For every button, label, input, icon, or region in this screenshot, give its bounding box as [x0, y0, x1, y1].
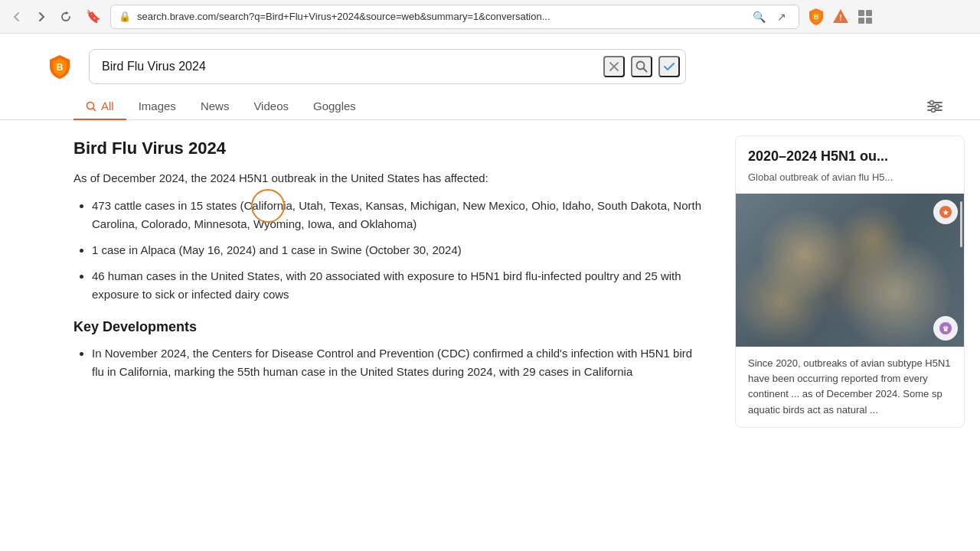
brave-alert-button[interactable]: !: [830, 6, 851, 28]
svg-text:B: B: [57, 62, 64, 73]
page-content: B: [0, 34, 980, 551]
search-box-wrapper: [89, 49, 686, 84]
list-item: 473 cattle cases in 15 states (Californi…: [92, 197, 704, 233]
svg-rect-5: [866, 18, 872, 24]
search-input[interactable]: [89, 49, 686, 84]
nav-buttons: [6, 6, 77, 28]
list-item: In November 2024, the Centers for Diseas…: [92, 344, 704, 381]
key-developments-title: Key Developments: [74, 319, 704, 335]
tab-images[interactable]: Images: [126, 93, 188, 120]
right-card-image: ★ ♛: [736, 194, 964, 347]
svg-text:B: B: [814, 13, 819, 21]
browser-right-icons: B !: [805, 6, 876, 28]
result-bullets-list: 473 cattle cases in 15 states (Californi…: [74, 197, 704, 304]
search-box-icons: [603, 56, 680, 77]
layout-button[interactable]: [854, 6, 876, 28]
all-search-icon: [86, 101, 96, 112]
filter-options-button[interactable]: [920, 96, 949, 116]
result-intro-text: As of December 2024, the 2024 H5N1 outbr…: [74, 169, 704, 187]
svg-text:♛: ♛: [942, 325, 949, 333]
forward-button[interactable]: [31, 6, 52, 28]
scroll-indicator: [960, 201, 962, 247]
tab-videos[interactable]: Videos: [241, 93, 301, 120]
brave-logo: B: [46, 53, 74, 80]
clear-search-button[interactable]: [603, 56, 625, 77]
results-layout: Bird Flu Virus 2024 As of December 2024,…: [0, 120, 980, 551]
svg-point-14: [932, 109, 936, 112]
right-card: 2020–2024 H5N1 ou... Global outbreak of …: [735, 135, 965, 428]
confirm-search-button[interactable]: [658, 56, 680, 77]
share-button[interactable]: ↗: [773, 8, 791, 26]
list-item: 1 case in Alpaca (May 16, 2024) and 1 ca…: [92, 241, 704, 259]
address-bar-icons: 🔍 ↗: [750, 8, 791, 26]
tab-goggles[interactable]: Goggles: [301, 93, 368, 120]
browser-chrome: 🔖 🔒 search.brave.com/search?q=Bird+Flu+V…: [0, 0, 980, 34]
bullet-cattle: 473 cattle cases in 15 states (: [92, 199, 243, 212]
tab-all[interactable]: All: [74, 93, 126, 120]
svg-rect-2: [858, 10, 864, 16]
svg-point-13: [936, 105, 939, 109]
svg-rect-4: [858, 18, 864, 24]
reload-button[interactable]: [55, 6, 77, 28]
filter-tabs: All Images News Videos Goggles: [0, 84, 980, 120]
svg-point-12: [930, 101, 934, 105]
svg-rect-3: [866, 10, 872, 16]
search-header: B: [0, 34, 980, 84]
list-item: 46 human cases in the United States, wit…: [92, 267, 704, 304]
tab-news[interactable]: News: [188, 93, 242, 120]
result-main-title: Bird Flu Virus 2024: [74, 139, 704, 158]
right-card-body: Since 2020, outbreaks of avian subtype H…: [736, 347, 964, 427]
back-button[interactable]: [6, 6, 28, 28]
svg-text:★: ★: [942, 209, 949, 217]
image-badge-bottom: ♛: [933, 316, 958, 341]
search-button[interactable]: [631, 56, 652, 77]
right-card-subtitle: Global outbreak of avian flu H5...: [736, 171, 964, 194]
cursor-highlight: California: [243, 197, 292, 215]
key-dev-list: In November 2024, the Centers for Diseas…: [74, 344, 704, 381]
lock-icon: 🔒: [119, 11, 131, 22]
left-results: Bird Flu Virus 2024 As of December 2024,…: [0, 120, 735, 551]
virus-microscope-image: [736, 194, 964, 347]
right-panel: 2020–2024 H5N1 ou... Global outbreak of …: [735, 120, 980, 551]
search-in-page-button[interactable]: 🔍: [750, 8, 768, 26]
svg-text:!: !: [839, 14, 841, 22]
url-text: search.brave.com/search?q=Bird+Flu+Virus…: [137, 11, 743, 22]
brave-shield-button[interactable]: B: [805, 6, 827, 28]
address-bar: 🔒 search.brave.com/search?q=Bird+Flu+Vir…: [110, 5, 799, 29]
filter-icon: [926, 99, 943, 113]
right-card-title: 2020–2024 H5N1 ou...: [736, 136, 964, 171]
image-badge-top: ★: [933, 200, 958, 224]
bookmark-button[interactable]: 🔖: [83, 6, 104, 28]
